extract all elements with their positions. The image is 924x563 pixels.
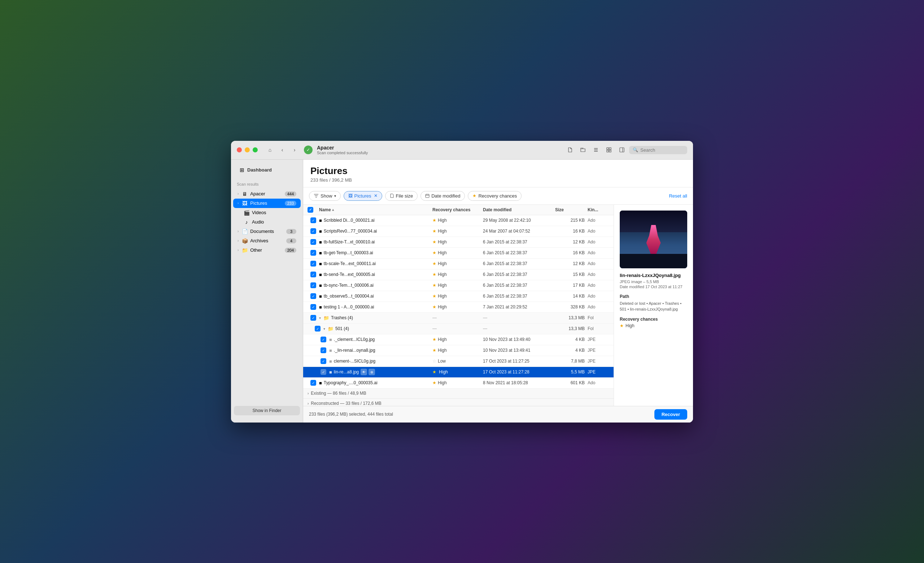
pictures-filter-chip[interactable]: 🖼 Pictures ✕ — [344, 191, 382, 201]
table-row-selected[interactable]: ✓ ■ lin-re...a8.jpg 👁 ⊕ ★ High 17 Oct 20… — [303, 367, 614, 378]
row-checkbox[interactable]: ✓ — [310, 239, 316, 245]
row-checkbox[interactable]: ✓ — [310, 304, 316, 310]
table-row[interactable]: ✓ ■ tb-get-Temp...t_000003.ai ★ High 6 J… — [303, 248, 614, 258]
reconstructed-group-row[interactable]: › Reconstructed — 33 files / 172,6 MB — [303, 399, 614, 406]
row-checkbox[interactable]: ✓ — [321, 369, 326, 375]
sidebar-item-other[interactable]: › 📁 Other 204 — [233, 246, 301, 255]
table-row[interactable]: ✓ ■ Typography_....0_000035.ai ★ High 8 … — [303, 378, 614, 389]
row-checkbox[interactable]: ✓ — [321, 358, 326, 364]
show-filter-chip[interactable]: Show ▾ — [309, 191, 341, 201]
page-subtitle: 233 files / 396,2 MB — [310, 177, 686, 183]
sidebar-item-pictures[interactable]: › 🖼 Pictures 233 — [233, 199, 301, 208]
file-name: testing 1 - A...0_000000.ai — [324, 305, 374, 309]
chevron-icon: › — [237, 239, 238, 243]
table-row[interactable]: ✓ ■ tb-scale-Te...ext_000011.ai ★ High 6… — [303, 258, 614, 269]
detail-date-label: Date modified — [620, 285, 644, 289]
chevron-icon: › — [237, 192, 238, 196]
sidebar-item-archives-label: Archives — [250, 238, 284, 243]
table-row[interactable]: ✓ ■ ScriptsRev0...77_000034.ai ★ High 24… — [303, 226, 614, 237]
search-input[interactable] — [640, 147, 684, 153]
recovery-cell: — — [432, 315, 483, 320]
archives-icon: 📦 — [242, 238, 248, 244]
reset-all-button[interactable]: Reset all — [669, 193, 687, 199]
preview-action-button[interactable]: 👁 — [361, 369, 367, 375]
table-header: ✓ Name ▴ Recovery chances Date modified — [303, 205, 614, 215]
file-icon: ■ — [329, 337, 332, 342]
row-checkbox[interactable]: ✓ — [315, 326, 321, 332]
row-checkbox[interactable]: ✓ — [310, 272, 316, 277]
list-view-button[interactable] — [590, 144, 602, 156]
existing-group-row[interactable]: › Existing — 86 files / 48,9 MB — [303, 389, 614, 399]
detail-recovery-title: Recovery chances — [620, 317, 687, 322]
expand-icon: ▾ — [319, 316, 321, 320]
file-icon-button[interactable] — [564, 144, 576, 156]
row-checkbox[interactable]: ✓ — [321, 336, 326, 342]
file-name: tb-sync-Tem...t_000006.ai — [324, 283, 374, 288]
sidebar-item-audio[interactable]: ♪ Audio — [233, 218, 301, 227]
close-button[interactable] — [237, 147, 242, 152]
grid-view-button[interactable] — [603, 144, 615, 156]
bottom-status: 233 files (396,2 MB) selected, 444 files… — [309, 412, 393, 417]
svg-rect-7 — [620, 148, 624, 152]
share-action-button[interactable]: ⊕ — [369, 369, 375, 375]
show-in-finder-button[interactable]: Show in Finder — [234, 406, 300, 415]
file-icon: ■ — [319, 283, 322, 288]
row-checkbox[interactable]: ✓ — [310, 218, 316, 223]
sidebar-item-apacer[interactable]: › 🖥 Apacer 444 — [233, 189, 301, 199]
fullscreen-button[interactable] — [253, 147, 258, 152]
file-icon: ■ — [319, 218, 322, 223]
search-box[interactable]: 🔍 — [629, 146, 687, 154]
size-cell: 5,5 MB — [555, 369, 588, 374]
sidebar-item-dashboard[interactable]: ⊞ Dashboard — [234, 164, 300, 176]
table-row-folder-trashes[interactable]: ✓ ▾ 📁 Trashes (4) — — 13,3 MB Fol — [303, 313, 614, 324]
sidebar-item-videos[interactable]: 🎬 Videos — [233, 208, 301, 218]
row-checkbox[interactable]: ✓ — [310, 315, 316, 321]
table-row[interactable]: ✓ ■ tb-fullSize-T...xt_000010.ai ★ High … — [303, 237, 614, 248]
recovery-cell: ★ High — [432, 337, 483, 342]
file-name: tb_observe5...t_000004.ai — [324, 294, 374, 299]
recovery-cell: ★ High — [432, 272, 483, 277]
table-row[interactable]: ✓ ■ testing 1 - A...0_000000.ai ★ High 7… — [303, 302, 614, 313]
recover-button[interactable]: Recover — [654, 409, 687, 420]
row-checkbox[interactable]: ✓ — [310, 228, 316, 234]
home-button[interactable]: ⌂ — [265, 145, 275, 155]
date-filter-chip[interactable]: Date modified — [420, 191, 465, 201]
table-row[interactable]: ✓ ■ tb-send-Te...ext_000005.ai ★ High 6 … — [303, 269, 614, 280]
recovery-filter-chip[interactable]: ★ Recovery chances — [468, 191, 522, 201]
table-row[interactable]: ✓ ■ clement-...SICL0g.jpg ☆ Low 17 Oct 2… — [303, 356, 614, 367]
back-button[interactable]: ‹ — [277, 145, 287, 155]
table-row[interactable]: ✓ ■ ._lin-renai...oyna8.jpg ★ High 10 No… — [303, 345, 614, 356]
panel-toggle-button[interactable] — [616, 144, 628, 156]
table-row-folder-501[interactable]: ✓ ▾ 📁 501 (4) — — 13,3 MB Fol — [303, 324, 614, 335]
star-icon: ★ — [432, 305, 436, 309]
minimize-button[interactable] — [245, 147, 250, 152]
reconstructed-group-text: Reconstructed — 33 files / 172,6 MB — [311, 401, 381, 406]
date-cell: 24 Mar 2007 at 04:07:52 — [483, 228, 555, 234]
row-checkbox[interactable]: ✓ — [310, 261, 316, 267]
close-filter-icon[interactable]: ✕ — [374, 193, 378, 198]
existing-group-text: Existing — 86 files / 48,9 MB — [311, 391, 366, 396]
table-row[interactable]: ✓ ■ tb-sync-Tem...t_000006.ai ★ High 6 J… — [303, 280, 614, 291]
select-all-checkbox[interactable]: ✓ — [308, 207, 313, 213]
recovery-cell: ★ High — [432, 228, 483, 234]
sidebar-item-documents[interactable]: › 📄 Documents 3 — [233, 227, 301, 236]
bottom-bar: 233 files (396,2 MB) selected, 444 files… — [303, 406, 693, 422]
sidebar-item-archives[interactable]: › 📦 Archives 4 — [233, 236, 301, 246]
forward-button[interactable]: › — [290, 145, 300, 155]
table-row[interactable]: ✓ ■ ._clement...ICL0g.jpg ★ High 10 Nov … — [303, 335, 614, 345]
row-checkbox[interactable]: ✓ — [310, 282, 316, 288]
row-checkbox[interactable]: ✓ — [321, 347, 326, 353]
kind-cell: Ado — [588, 380, 609, 385]
kind-cell: Ado — [588, 239, 609, 245]
folder-icon-button[interactable] — [577, 144, 589, 156]
dash-icon: — — [432, 326, 437, 331]
row-checkbox[interactable]: ✓ — [310, 293, 316, 299]
file-icon: ■ — [319, 305, 322, 310]
size-cell: 16 KB — [555, 250, 588, 255]
row-checkbox[interactable]: ✓ — [310, 250, 316, 256]
file-size-filter-chip[interactable]: File size — [385, 191, 418, 201]
table-row[interactable]: ✓ ■ tb_observe5...t_000004.ai ★ High 6 J… — [303, 291, 614, 302]
size-cell: 14 KB — [555, 294, 588, 299]
row-checkbox[interactable]: ✓ — [310, 380, 316, 386]
table-row[interactable]: ✓ ■ Scribbled Di...0_000021.ai ★ High 29… — [303, 215, 614, 226]
